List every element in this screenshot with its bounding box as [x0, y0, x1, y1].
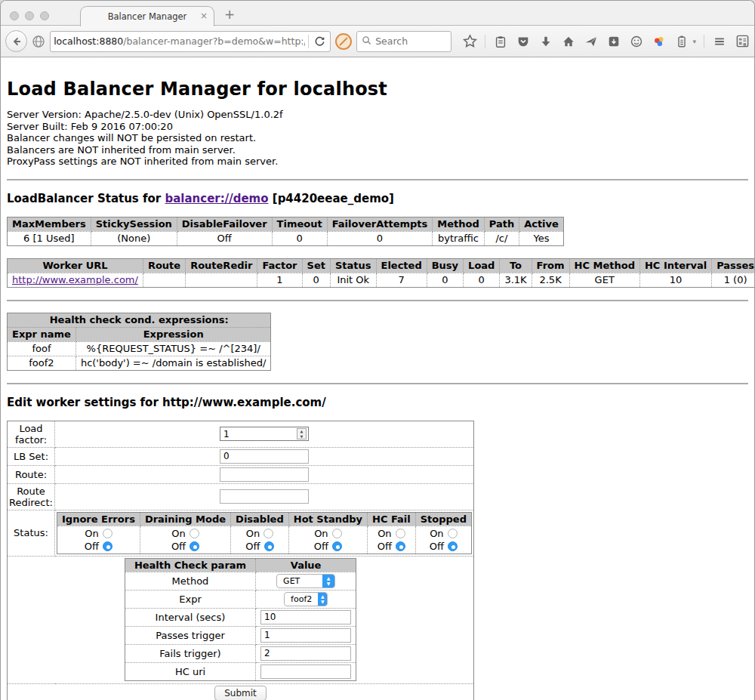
- radio-hc-fail-off[interactable]: [396, 541, 405, 551]
- menu-hamburger-icon[interactable]: [712, 34, 727, 49]
- route-row: Route:: [8, 465, 474, 483]
- route-input[interactable]: [220, 467, 309, 482]
- fails-row: Fails trigger): [125, 644, 356, 662]
- send-plane-icon[interactable]: [584, 34, 599, 49]
- radio-ignore-errors-on[interactable]: [103, 529, 112, 538]
- load-factor-row: Load factor: ▲▼: [8, 421, 474, 447]
- radio-hc-fail-on[interactable]: [396, 529, 405, 538]
- table-header-row: Expr name Expression: [8, 327, 271, 341]
- downloads-icon[interactable]: [538, 34, 553, 49]
- select-arrows-icon: ▲▼: [318, 593, 327, 606]
- radio-stopped-on[interactable]: [448, 529, 458, 538]
- hc-uri-input[interactable]: [260, 665, 351, 679]
- tab-close-icon[interactable]: ×: [200, 11, 208, 21]
- divider: [7, 300, 748, 301]
- expr-select[interactable]: foof2 ▲▼: [284, 592, 328, 606]
- route-redirect-input[interactable]: [220, 489, 309, 504]
- health-check-params-row: Health Check param Value Method GET ▲▼: [8, 556, 474, 683]
- edit-worker-settings-heading: Edit worker settings for http://www.exam…: [7, 396, 748, 409]
- globe-icon: [32, 34, 45, 49]
- balancer-demo-link[interactable]: balancer://demo: [165, 192, 268, 205]
- lb-set-input[interactable]: [220, 449, 309, 464]
- radio-ignore-errors-off[interactable]: [103, 541, 112, 551]
- table-row: foof2 hc('body') =~ /domain is establish…: [8, 356, 271, 370]
- save-to-device-icon[interactable]: [606, 34, 621, 49]
- status-row: Status: Ignore Errors Draining Mode Disa…: [8, 510, 474, 556]
- table-title-row: Health check cond. expressions:: [8, 313, 271, 327]
- reading-list-icon[interactable]: [493, 34, 508, 49]
- radio-stopped-off[interactable]: [448, 541, 458, 551]
- home-icon[interactable]: [561, 34, 576, 49]
- window-controls: [10, 11, 49, 20]
- close-window-button[interactable]: [10, 11, 19, 20]
- back-button[interactable]: [5, 30, 27, 52]
- search-bar[interactable]: [356, 31, 451, 52]
- content-blocked-icon[interactable]: [335, 33, 352, 50]
- radio-disabled-on[interactable]: [263, 529, 273, 538]
- zoom-window-button[interactable]: [40, 11, 49, 20]
- search-input[interactable]: [375, 35, 446, 47]
- server-built-line: Server Built: Feb 9 2016 07:00:20: [7, 121, 748, 133]
- search-icon: [362, 34, 371, 48]
- page-content: Load Balancer Manager for localhost Serv…: [1, 57, 754, 700]
- method-select[interactable]: GET ▲▼: [276, 574, 335, 588]
- lb-set-row: LB Set:: [8, 447, 474, 465]
- table-row: http://www.example.com/ 1 0 Init Ok 7 0 …: [8, 273, 755, 287]
- edit-worker-form: Load factor: ▲▼ LB Set: Route: Route Red…: [7, 421, 474, 700]
- interval-input[interactable]: [260, 610, 351, 624]
- status-label: Status:: [8, 510, 55, 556]
- table-header-row: Ignore Errors Draining Mode Disabled Hot…: [57, 512, 472, 526]
- divider: [7, 179, 748, 180]
- balancer-status-table: MaxMembers StickySession DisableFailover…: [7, 217, 564, 246]
- passes-row: Passes trigger: [125, 626, 356, 644]
- load-factor-input[interactable]: [220, 427, 309, 441]
- color-dots-addon-icon[interactable]: [652, 34, 667, 49]
- navigation-toolbar: localhost:8880/balancer-manager?b=demo&w…: [1, 26, 754, 57]
- server-info: Server Version: Apache/2.5.0-dev (Unix) …: [7, 109, 748, 168]
- new-tab-button[interactable]: +: [224, 8, 235, 21]
- clipboard-addon-icon[interactable]: [674, 34, 689, 49]
- worker-status-table: Worker URL Route RouteRedir Factor Set S…: [7, 258, 755, 288]
- tab-groups-grid-icon[interactable]: [735, 34, 750, 49]
- passes-input[interactable]: [260, 628, 351, 643]
- url-text[interactable]: localhost:8880/balancer-manager?b=demo&w…: [54, 35, 305, 47]
- table-header-row: MaxMembers StickySession DisableFailover…: [8, 217, 564, 231]
- route-redirect-label: Route Redirect:: [8, 483, 55, 510]
- health-check-params-table: Health Check param Value Method GET ▲▼: [125, 558, 356, 681]
- minimize-window-button[interactable]: [25, 11, 34, 20]
- route-label: Route:: [8, 465, 55, 483]
- table-row: foof %{REQUEST_STATUS} =~ /^[234]/: [8, 341, 271, 356]
- method-row: Method GET ▲▼: [125, 572, 356, 590]
- interval-row: Interval (secs): [125, 608, 356, 626]
- number-spinner-icon[interactable]: ▲▼: [297, 428, 307, 439]
- pocket-icon[interactable]: [516, 34, 531, 49]
- table-row: 6 [1 Used] (None) Off 0 0 bytraffic /c/ …: [8, 231, 564, 245]
- route-redirect-row: Route Redirect:: [8, 483, 474, 510]
- tab-balancer-manager[interactable]: Balancer Manager ×: [80, 6, 214, 26]
- feedback-smiley-icon[interactable]: [629, 34, 644, 49]
- inherit-note-line: Balancers are NOT inherited from main se…: [7, 144, 748, 156]
- lb-set-label: LB Set:: [8, 447, 55, 465]
- browser-window: Balancer Manager × + localhost:8880/bala…: [0, 0, 755, 700]
- tab-title: Balancer Manager: [108, 11, 187, 22]
- radio-draining-mode-on[interactable]: [190, 529, 199, 538]
- url-bar[interactable]: localhost:8880/balancer-manager?b=demo&w…: [50, 31, 331, 52]
- toolbar-icons: ▾: [462, 34, 750, 49]
- load-factor-label: Load factor:: [8, 421, 55, 447]
- server-version-line: Server Version: Apache/2.5.0-dev (Unix) …: [7, 109, 748, 121]
- reload-icon[interactable]: [312, 34, 327, 49]
- radio-hot-standby-off[interactable]: [332, 541, 342, 551]
- table-header-row: Health Check param Value: [125, 558, 356, 572]
- radio-draining-mode-off[interactable]: [190, 541, 199, 551]
- submit-button[interactable]: Submit: [214, 686, 267, 700]
- bookmark-star-icon[interactable]: [462, 34, 477, 49]
- radio-disabled-off[interactable]: [264, 541, 274, 551]
- method-label: Method: [125, 572, 255, 590]
- fails-input[interactable]: [260, 646, 351, 661]
- worker-url-link[interactable]: http://www.example.com/: [12, 274, 138, 285]
- loadbalancer-status-heading: LoadBalancer Status for balancer://demo …: [7, 192, 748, 205]
- radio-hot-standby-on[interactable]: [332, 529, 342, 538]
- chevron-down-icon[interactable]: ▾: [692, 38, 696, 45]
- health-check-expressions-table: Health check cond. expressions: Expr nam…: [7, 313, 271, 371]
- fails-label: Fails trigger): [125, 644, 255, 662]
